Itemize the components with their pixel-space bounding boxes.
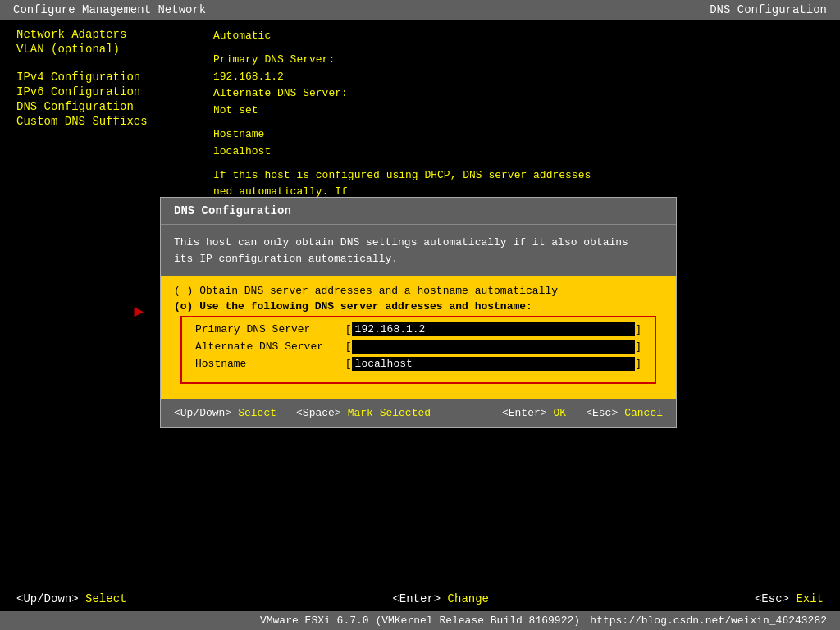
top-bar-right: DNS Configuration [710,3,827,16]
sidebar-item-custom-dns[interactable]: Custom DNS Suffixes [16,115,180,128]
hostname-bracket-open: [ [339,358,352,370]
top-bar-left: Configure Management Network [13,3,206,16]
option-automatic[interactable]: ( ) Obtain DNS server addresses and a ho… [174,285,663,297]
hostname-value: localhost [213,144,824,161]
primary-label: Primary DNS Server: [213,52,824,69]
status-esc-action: Exit [796,592,824,605]
enter-key: <Enter> [502,407,547,419]
top-bar: Configure Management Network DNS Configu… [0,0,840,20]
primary-dns-row: Primary DNS Server [ ] [195,322,641,336]
bottom-bar: VMware ESXi 6.7.0 (VMKernel Release Buil… [0,611,840,630]
status-left: <Up/Down> Select [16,592,126,605]
alternate-value: Not set [213,103,824,120]
primary-dns-label: Primary DNS Server [195,323,339,336]
status-right: <Esc> Exit [755,592,824,605]
status-bar: <Up/Down> Select <Enter> Change <Esc> Ex… [0,587,840,610]
sidebar-spacer [16,57,180,69]
hostname-bracket-close: ] [635,358,641,370]
status-esc-key: <Esc> [755,592,789,605]
hostname-field-label: Hostname [195,358,339,370]
sidebar-item-vlan[interactable]: VLAN (optional) [16,43,180,56]
modal-description: This host can only obtain DNS settings a… [161,225,676,276]
bottom-center: VMware ESXi 6.7.0 (VMKernel Release Buil… [260,614,580,627]
primary-dns-input[interactable] [352,322,636,336]
space-action: Mark Selected [348,407,431,419]
alternate-dns-input[interactable] [352,340,636,354]
modal-options: ( ) Obtain DNS server addresses and a ho… [161,276,676,399]
alternate-dns-row: Alternate DNS Server [ ] [195,340,641,354]
primary-bracket-open: [ [339,323,352,336]
primary-bracket-close: ] [635,323,641,336]
modal-title: DNS Configuration [161,198,676,225]
hostname-label: Hostname [213,126,824,144]
status-enter-key: <Enter> [392,592,441,605]
space-key: <Space> [296,407,341,419]
sidebar-item-network-adapters[interactable]: Network Adapters [16,28,180,41]
modal-desc-line1: This host can only obtain DNS settings a… [174,235,663,251]
esc-action[interactable]: Cancel [624,407,663,419]
alternate-label: Alternate DNS Server: [213,85,824,103]
automatic-label: Automatic [213,28,824,45]
option-manual[interactable]: (o) Use the following DNS server address… [174,300,663,313]
modal-desc-line2: its IP configuration automatically. [174,251,663,267]
sidebar-item-dns[interactable]: DNS Configuration [16,100,180,113]
esc-key: <Esc> [586,407,618,419]
hostname-row: Hostname [ ] [195,357,641,371]
alternate-dns-label: Alternate DNS Server [195,340,339,353]
arrow-indicator: ► [134,303,144,322]
alternate-bracket-close: ] [635,340,641,353]
main-screen: Configure Management Network DNS Configu… [0,0,840,630]
right-panel-content: Automatic Primary DNS Server: 192.168.1.… [213,28,824,218]
status-updown-key: <Up/Down> [16,592,79,605]
alternate-bracket-open: [ [339,340,352,353]
updown-action: Select [238,407,276,419]
bottom-right: https://blog.csdn.net/weixin_46243282 [590,614,827,627]
enter-action[interactable]: OK [554,407,567,419]
hostname-input[interactable] [352,357,636,371]
status-enter-action: Change [448,592,489,605]
status-center: <Enter> Change [392,592,489,605]
input-fields-container: Primary DNS Server [ ] Alternate DNS Ser… [180,316,656,384]
modal-dialog: DNS Configuration This host can only obt… [160,197,677,428]
status-updown-action: Select [85,592,126,605]
sidebar-item-ipv4[interactable]: IPv4 Configuration [16,71,180,84]
sidebar-item-ipv6[interactable]: IPv6 Configuration [16,85,180,98]
primary-value: 192.168.1.2 [213,69,824,86]
updown-key: <Up/Down> [174,407,231,419]
modal-footer: <Up/Down> Select <Space> Mark Selected <… [161,399,676,427]
